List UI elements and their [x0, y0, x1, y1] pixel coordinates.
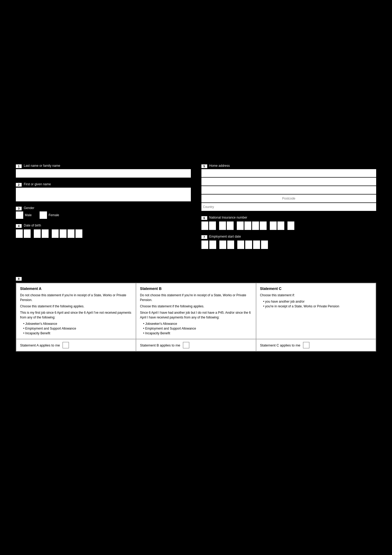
field-5-group: 5 Home address	[201, 164, 376, 211]
ni-box-5[interactable]	[237, 221, 244, 230]
stmt-a-applies-checkbox[interactable]	[63, 342, 69, 348]
applies-row: Statement A applies to me Statement B ap…	[16, 339, 376, 351]
field-4-number: 4	[16, 224, 22, 228]
section-8-number: 8	[16, 277, 22, 281]
field-1-desc: Last name or family name	[24, 164, 191, 168]
ni-box-1[interactable]	[201, 221, 208, 230]
statement-a-col: Statement A Do not choose this statement…	[16, 283, 136, 339]
statement-b-title: Statement B	[140, 286, 252, 291]
start-m1[interactable]	[219, 240, 226, 249]
field-2-label-row: 2 First or given name	[16, 182, 191, 187]
field-6-label-row: 6 National Insurance number	[201, 216, 376, 220]
field-5-desc: Home address	[209, 164, 376, 168]
male-checkbox[interactable]	[16, 211, 23, 219]
field-3-group: 3 Gender Male Female	[16, 206, 191, 219]
statement-a-title: Statement A	[20, 286, 132, 291]
stmt-c-bullet-1: you have another job and/or	[263, 299, 372, 304]
start-y4[interactable]	[261, 240, 268, 249]
stmt-c-line1: Choose this statement if:	[260, 293, 372, 298]
stmt-c-applies-checkbox[interactable]	[303, 342, 309, 348]
start-y3[interactable]	[253, 240, 260, 249]
stmt-a-bullet-2: Employment and Support Allowance	[23, 326, 132, 331]
start-y1[interactable]	[237, 240, 244, 249]
gender-checkbox-row: Male Female	[16, 211, 191, 219]
stmt-b-line1: Do not choose this statement if you're i…	[140, 293, 252, 302]
field-3-label-row: 3 Gender	[16, 206, 191, 210]
field-5-number: 5	[201, 164, 207, 168]
stmt-b-bullet-2: Employment and Support Allowance	[143, 326, 252, 331]
ni-box-6[interactable]	[244, 221, 251, 230]
ni-box-4[interactable]	[227, 221, 234, 230]
stmt-a-line3: This is my first job since 6 April and s…	[20, 310, 132, 320]
ni-box-7[interactable]	[252, 221, 259, 230]
stmt-c-bullet-2: you're in receipt of a State, Works or P…	[263, 304, 372, 309]
stmt-b-line3: Since 6 April I have had another job but…	[140, 310, 252, 320]
female-checkbox[interactable]	[40, 211, 47, 219]
dob-y3[interactable]	[68, 229, 74, 238]
statements-section: Statement A Do not choose this statement…	[16, 283, 376, 352]
stmt-b-applies-cell: Statement B applies to me	[136, 339, 256, 351]
stmt-a-line1: Do not choose this statement if you're i…	[20, 293, 132, 302]
dob-y1[interactable]	[52, 229, 59, 238]
male-option: Male	[16, 211, 32, 219]
field-3-number: 3	[16, 207, 22, 210]
field-1-group: 1 Last name or family name	[16, 164, 191, 178]
dob-m1[interactable]	[34, 229, 41, 238]
form-area: 1 Last name or family name 2 First or gi…	[0, 164, 392, 254]
address-line-3[interactable]	[201, 186, 376, 194]
right-column: 5 Home address 6 National Insurance numb…	[201, 164, 376, 254]
field-2-number: 2	[16, 183, 22, 187]
stmt-b-applies-label: Statement B applies to me	[140, 343, 180, 347]
address-country[interactable]	[201, 203, 376, 211]
left-column: 1 Last name or family name 2 First or gi…	[16, 164, 191, 254]
field-6-number: 6	[201, 216, 207, 220]
field-1-input[interactable]	[16, 169, 191, 178]
dob-y4[interactable]	[75, 229, 82, 238]
mid-gap	[0, 254, 392, 275]
start-d1[interactable]	[201, 240, 208, 249]
field-6-desc: National Insurance number	[209, 216, 376, 220]
statement-a-body: Do not choose this statement if you're i…	[20, 293, 132, 336]
stmt-b-bullet-1: Jobseeker's Allowance	[143, 321, 252, 326]
field-1-number: 1	[16, 164, 22, 168]
start-y2[interactable]	[245, 240, 252, 249]
stmt-a-bullet-1: Jobseeker's Allowance	[23, 321, 132, 326]
stmt-c-applies-cell: Statement C applies to me	[256, 339, 376, 351]
female-option: Female	[40, 211, 59, 219]
page-container: 1 Last name or family name 2 First or gi…	[0, 0, 392, 555]
ni-box-3[interactable]	[219, 221, 226, 230]
address-postcode[interactable]	[201, 195, 376, 202]
stmt-a-applies-cell: Statement A applies to me	[16, 339, 136, 351]
start-d2[interactable]	[209, 240, 216, 249]
dob-d2[interactable]	[24, 229, 31, 238]
ni-box-11[interactable]	[287, 221, 294, 230]
ni-box-8[interactable]	[260, 221, 267, 230]
field-2-desc: First or given name	[24, 182, 191, 187]
ni-box-2[interactable]	[209, 221, 216, 230]
field-6-group: 6 National Insurance number	[201, 216, 376, 230]
female-label: Female	[49, 213, 59, 217]
stmt-c-applies-label: Statement C applies to me	[260, 343, 300, 347]
statements-table: Statement A Do not choose this statement…	[16, 283, 376, 339]
stmt-a-bullet-3: Incapacity Benefit	[23, 331, 132, 336]
address-line-2[interactable]	[201, 178, 376, 186]
statement-c-title: Statement C	[260, 286, 372, 291]
address-line-1[interactable]	[201, 169, 376, 177]
dob-d1[interactable]	[16, 229, 23, 238]
stmt-b-applies-checkbox[interactable]	[183, 342, 189, 348]
ni-box-9[interactable]	[270, 221, 277, 230]
stmt-c-bullets: you have another job and/or you're in re…	[263, 299, 372, 309]
statement-c-col: Statement C Choose this statement if: yo…	[256, 283, 376, 339]
dob-m2[interactable]	[42, 229, 49, 238]
stmt-b-bullet-3: Incapacity Benefit	[143, 331, 252, 336]
field-2-input[interactable]	[16, 188, 191, 201]
field-6-ni	[201, 221, 376, 230]
stmt-a-line2: Choose this statement if the following a…	[20, 304, 132, 309]
field-4-label-row: 4 Date of birth	[16, 224, 191, 228]
ni-box-10[interactable]	[277, 221, 284, 230]
field-7-number: 7	[201, 235, 207, 239]
field-4-desc: Date of birth	[24, 224, 191, 228]
start-m2[interactable]	[227, 240, 234, 249]
dob-y2[interactable]	[60, 229, 67, 238]
field-7-date	[201, 240, 376, 249]
